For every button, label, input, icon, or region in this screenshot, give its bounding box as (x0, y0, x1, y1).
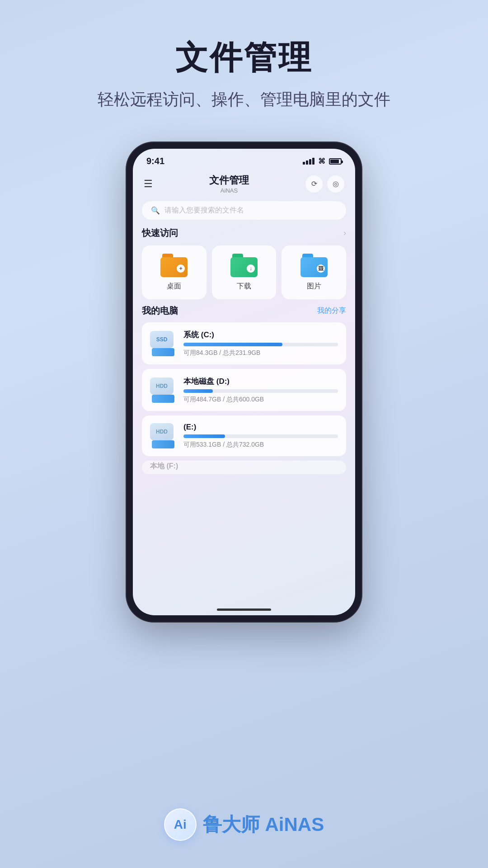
drive-c-bar (183, 343, 338, 346)
menu-button[interactable]: ☰ (144, 178, 153, 190)
drive-e-fill (183, 434, 225, 438)
drive-item-f[interactable]: 本地 (F:) (142, 461, 346, 474)
drive-d-fill (183, 389, 213, 393)
phone-frame: 9:41 ⌘ ☰ 文件管理 (127, 142, 361, 622)
my-computer-header: 我的电脑 我的分享 (142, 305, 346, 317)
app-title-area: 文件管理 AiNAS (209, 174, 249, 194)
scan-button[interactable]: ◎ (327, 175, 344, 193)
drive-e-info: (E:) 可用533.1GB / 总共732.0GB (183, 423, 338, 449)
quick-access-header: 快速访问 › (142, 227, 346, 239)
drive-e-space: 可用533.1GB / 总共732.0GB (183, 441, 338, 449)
drive-c-name: 系统 (C:) (183, 330, 338, 340)
phone-screen: 9:41 ⌘ ☰ 文件管理 (133, 149, 355, 615)
quick-label-download: 下载 (237, 282, 251, 291)
drive-base (152, 440, 174, 448)
app-header: ☰ 文件管理 AiNAS ⟳ ◎ (133, 170, 355, 199)
drive-c-space: 可用84.3GB / 总共231.9GB (183, 349, 338, 357)
phone-mockup: 9:41 ⌘ ☰ 文件管理 (0, 142, 488, 622)
page-subtitle: 轻松远程访问、操作、管理电脑里的文件 (0, 89, 488, 111)
app-title: 文件管理 (209, 174, 249, 187)
status-bar: 9:41 ⌘ (133, 149, 355, 170)
quick-access-grid: + 桌面 ↓ 下载 (142, 245, 346, 299)
status-icons: ⌘ (303, 157, 342, 165)
hdd-label: HDD (150, 377, 174, 395)
my-computer-title: 我的电脑 (142, 305, 178, 317)
download-folder-icon: ↓ (230, 254, 258, 277)
footer-brand: Ai 鲁大师 AiNAS (0, 808, 488, 841)
drive-d-space: 可用484.7GB / 总共600.0GB (183, 396, 338, 404)
page-main-title: 文件管理 (0, 36, 488, 80)
drive-c-fill (183, 343, 282, 346)
hdd-d-icon: HDD (150, 377, 176, 403)
brand-text: 鲁大师 AiNAS (203, 812, 324, 837)
battery-icon (329, 158, 342, 165)
search-bar[interactable]: 🔍 请输入您要搜索的文件名 (142, 201, 346, 220)
drive-item-d[interactable]: HDD 本地磁盘 (D:) 可用484.7GB / 总共600.0GB (142, 369, 346, 411)
quick-item-download[interactable]: ↓ 下载 (212, 245, 277, 299)
desktop-folder-icon: + (160, 254, 188, 277)
home-bar (217, 609, 271, 611)
quick-label-pictures: 图片 (307, 282, 321, 291)
my-computer-section: 我的电脑 我的分享 SSD 系统 (C:) 可用 (133, 305, 355, 474)
quick-access-title: 快速访问 (142, 227, 178, 239)
quick-item-pictures[interactable]: 🖼 图片 (282, 245, 346, 299)
brand-logo: Ai (164, 808, 197, 841)
brand-name: 鲁大师 AiNAS (203, 814, 324, 835)
folder-plus-icon: ↓ (247, 264, 255, 273)
drive-base (152, 395, 174, 403)
signal-icon (303, 158, 314, 165)
pictures-folder-icon: 🖼 (300, 254, 328, 277)
ssd-icon: SSD (150, 331, 176, 356)
drive-e-bar (183, 434, 338, 438)
quick-item-desktop[interactable]: + 桌面 (142, 245, 206, 299)
drive-d-bar (183, 389, 338, 393)
sync-button[interactable]: ⟳ (305, 175, 323, 193)
drive-item-e[interactable]: HDD (E:) 可用533.1GB / 总共732.0GB (142, 415, 346, 456)
quick-access-section: 快速访问 › + 桌面 (133, 227, 355, 305)
folder-plus-icon: 🖼 (317, 264, 325, 273)
search-icon: 🔍 (151, 206, 160, 215)
drive-base (152, 348, 174, 356)
drive-d-name: 本地磁盘 (D:) (183, 376, 338, 387)
drive-d-info: 本地磁盘 (D:) 可用484.7GB / 总共600.0GB (183, 376, 338, 404)
drive-c-info: 系统 (C:) 可用84.3GB / 总共231.9GB (183, 330, 338, 357)
header-icons: ⟳ ◎ (305, 175, 344, 193)
page-header: 文件管理 轻松远程访问、操作、管理电脑里的文件 (0, 0, 488, 129)
hdd-e-icon: HDD (150, 423, 176, 448)
drive-f-name: 本地 (F:) (150, 462, 178, 471)
wifi-icon: ⌘ (318, 157, 325, 165)
quick-access-arrow[interactable]: › (343, 228, 346, 238)
drive-item-c[interactable]: SSD 系统 (C:) 可用84.3GB / 总共231.9GB (142, 322, 346, 364)
search-placeholder: 请输入您要搜索的文件名 (164, 206, 244, 215)
hdd-label: HDD (150, 423, 174, 440)
drive-e-name: (E:) (183, 423, 338, 432)
ssd-label: SSD (150, 331, 174, 348)
my-share-link[interactable]: 我的分享 (317, 306, 346, 316)
app-subtitle: AiNAS (209, 187, 249, 194)
status-time: 9:41 (146, 156, 164, 166)
quick-label-desktop: 桌面 (167, 282, 181, 291)
